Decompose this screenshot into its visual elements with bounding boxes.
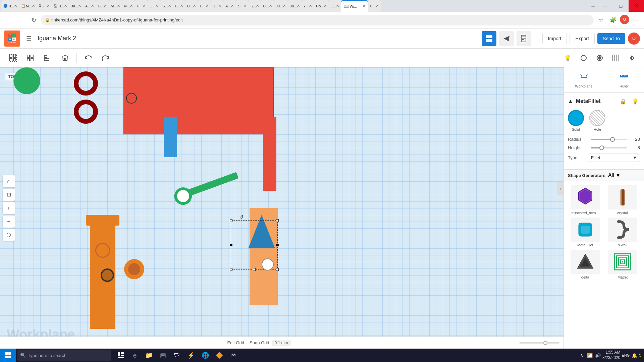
project-name[interactable]: Iguana Mark 2 — [38, 35, 76, 42]
tab-4[interactable]: 🏠H...✕ — [52, 0, 69, 12]
file-explorer-taskbar[interactable]: 📁 — [142, 349, 156, 362]
home-view-button[interactable]: ⌂ — [3, 175, 15, 187]
zoom-out-button[interactable]: − — [3, 216, 15, 228]
snap-value[interactable]: 0.1 mm — [272, 340, 291, 346]
ungroup-button[interactable] — [23, 51, 38, 65]
grid-tool[interactable] — [609, 51, 623, 65]
tab-9[interactable]: N...✕ — [122, 0, 135, 12]
sg-item-truncated-oct[interactable]: truncated_octa... — [568, 185, 603, 215]
lock-button[interactable]: 🔒 — [619, 97, 628, 106]
tab-17[interactable]: A...✕ — [223, 0, 236, 12]
hole-option[interactable]: Hole — [589, 110, 605, 131]
edge-browser-taskbar[interactable]: e — [128, 349, 142, 362]
object-tool[interactable] — [593, 51, 606, 65]
tab-18[interactable]: S...✕ — [236, 0, 249, 12]
tab-14[interactable]: D...✕ — [185, 0, 198, 12]
solid-option[interactable]: Solid — [568, 110, 584, 131]
close-button[interactable]: ✕ — [629, 0, 644, 12]
tab-3[interactable]: 33...✕ — [37, 0, 52, 12]
tab-11[interactable]: C...✕ — [148, 0, 160, 12]
tab-2[interactable]: 📋M...✕ — [19, 0, 37, 12]
tab-6[interactable]: A...✕ — [83, 0, 96, 12]
zoom-in-button[interactable]: + — [3, 202, 15, 214]
steam-taskbar[interactable]: 🎮 — [156, 349, 170, 362]
tab-19[interactable]: S...✕ — [249, 0, 261, 12]
tc-canvas[interactable]: TOP ⌂ ⊡ + − ⬡ — [0, 67, 564, 349]
tab-20[interactable]: C...✕ — [261, 0, 274, 12]
mirror-tool[interactable] — [625, 51, 639, 65]
forward-button[interactable]: → — [15, 15, 26, 25]
grid-view-button[interactable] — [482, 31, 496, 46]
tray-notifications[interactable]: 🔔 — [631, 352, 638, 359]
user-avatar[interactable]: U — [628, 33, 640, 45]
sg-item-swall[interactable]: s wall — [605, 218, 640, 247]
back-button[interactable]: ← — [3, 15, 13, 25]
tab-active[interactable]: 📖Wi...✕ — [341, 0, 368, 12]
group-button[interactable] — [5, 51, 20, 65]
tab-21[interactable]: Ju...✕ — [274, 0, 288, 12]
tab-7[interactable]: G...✕ — [96, 0, 109, 12]
app5-taskbar[interactable]: ⚡ — [184, 349, 198, 362]
shape-tool[interactable] — [577, 51, 590, 65]
tc-logo[interactable]: T I N K ERCAD — [4, 31, 20, 47]
redo-button[interactable] — [98, 51, 113, 65]
chrome-taskbar[interactable]: 🌐 — [199, 349, 212, 362]
workplane-button[interactable]: Workplane — [564, 67, 604, 92]
tab-13[interactable]: F...✕ — [173, 0, 185, 12]
antivirus-taskbar[interactable]: 🛡 — [170, 349, 184, 362]
tray-up-arrow[interactable]: ∧ — [578, 352, 585, 359]
height-thumb[interactable] — [599, 145, 604, 150]
tab-25[interactable]: 1...✕ — [329, 0, 341, 12]
tab-last[interactable]: C...✕ — [368, 0, 381, 12]
tab-8[interactable]: M...✕ — [109, 0, 122, 12]
props-collapse-icon[interactable]: ▲ — [568, 98, 573, 104]
perspective-button[interactable]: ⬡ — [3, 229, 15, 241]
address-bar[interactable]: 🔒 tinkercad.com/things/4MZ4Ka4hDd1-copy-… — [41, 15, 594, 25]
radius-thumb[interactable] — [610, 137, 615, 142]
undo-button[interactable] — [81, 51, 96, 65]
height-slider[interactable] — [591, 147, 627, 148]
profile-button[interactable]: U — [620, 15, 629, 24]
bookmark-button[interactable]: ☆ — [596, 15, 606, 25]
edit-grid-button[interactable]: Edit Grid — [227, 340, 244, 345]
sg-item-matrix[interactable]: Matrix — [605, 250, 640, 279]
tab-12[interactable]: S...✕ — [160, 0, 173, 12]
sg-filter[interactable]: All ▼ — [608, 172, 621, 178]
tray-language[interactable]: ENG — [622, 353, 630, 357]
document-view-button[interactable] — [517, 31, 531, 46]
ruler-view-button[interactable] — [499, 31, 514, 46]
new-tab-button[interactable]: ＋ — [588, 1, 598, 11]
tab-16[interactable]: U...✕ — [211, 0, 223, 12]
tab-5[interactable]: Ju...✕ — [69, 0, 83, 12]
zoom-slider[interactable] — [519, 342, 559, 344]
sg-item-metafillet[interactable]: MetaFillet — [568, 218, 603, 247]
radius-slider[interactable] — [591, 139, 627, 140]
tab-1[interactable]: 🔵Ti...✕ — [1, 0, 19, 12]
arduino-taskbar[interactable]: ♾ — [227, 349, 240, 362]
taskbar-search[interactable]: 🔍 Type here to search — [17, 350, 111, 361]
tab-22[interactable]: Ju...✕ — [288, 0, 302, 12]
minimize-button[interactable]: ─ — [598, 0, 613, 12]
align-button[interactable] — [40, 51, 55, 65]
tab-15[interactable]: C...✕ — [198, 0, 211, 12]
tab-23[interactable]: -...✕ — [302, 0, 314, 12]
tray-time[interactable]: 1:55 AM 8/23/2020 — [602, 350, 620, 360]
refresh-button[interactable]: ↻ — [28, 15, 39, 25]
light-tool[interactable]: 💡 — [561, 51, 574, 65]
sg-item-crystal[interactable]: crystal — [605, 185, 640, 215]
settings-button[interactable]: ⋯ — [631, 15, 641, 25]
collapse-panel-button[interactable]: › — [557, 182, 564, 195]
type-select[interactable]: Fillet ▼ — [588, 154, 640, 162]
start-button[interactable] — [0, 349, 16, 362]
fusion-taskbar[interactable]: 🔶 — [213, 349, 226, 362]
tray-volume[interactable]: 🔊 — [594, 352, 601, 359]
maximize-button[interactable]: □ — [613, 0, 629, 12]
extensions-button[interactable]: 🧩 — [608, 15, 619, 25]
ruler-button[interactable]: Ruler — [604, 67, 644, 92]
import-button[interactable]: Import — [542, 33, 567, 44]
task-view-button[interactable] — [114, 349, 127, 362]
tray-network[interactable]: 📶 — [586, 352, 593, 359]
tab-24[interactable]: Co...✕ — [314, 0, 329, 12]
fit-view-button[interactable]: ⊡ — [3, 189, 15, 201]
delete-button[interactable] — [58, 51, 72, 65]
